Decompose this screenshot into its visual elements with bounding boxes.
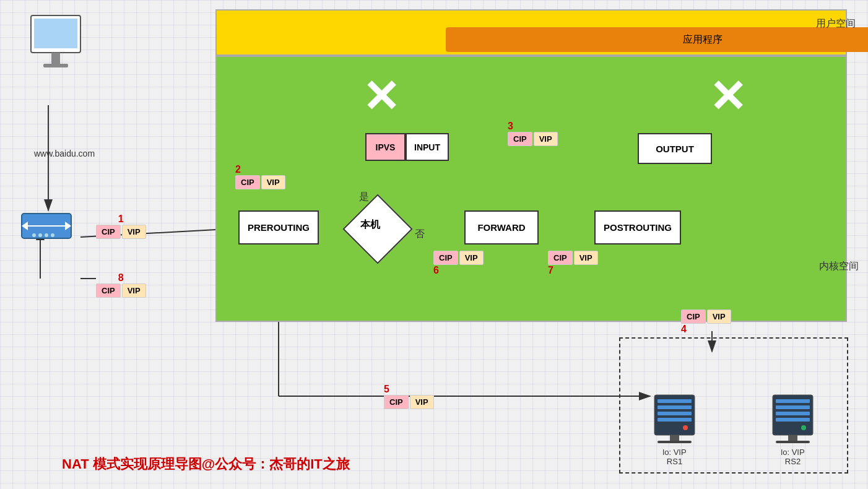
svg-rect-58 <box>788 435 797 441</box>
group1-cip: CIP <box>96 225 121 239</box>
group8-cipvip: CIP VIP <box>96 283 146 298</box>
postrouting-box: POSTROUTING <box>594 210 681 244</box>
group1-vip: VIP <box>122 225 146 239</box>
svg-rect-45 <box>658 399 692 403</box>
svg-point-57 <box>801 425 806 430</box>
switch-icon <box>19 204 74 250</box>
group4-num: 4 <box>681 324 687 335</box>
group5-vip: VIP <box>410 395 434 409</box>
svg-rect-48 <box>658 418 692 422</box>
group2-cip: CIP <box>235 175 260 189</box>
svg-rect-54 <box>776 405 810 409</box>
group1-cipvip: CIP VIP <box>96 225 146 239</box>
bottom-text: NAT 模式实现原理导图@公众号：杰哥的IT之旅 <box>62 455 350 474</box>
svg-point-49 <box>683 425 688 430</box>
group7-cipvip: CIP VIP <box>548 251 598 265</box>
svg-rect-55 <box>776 412 810 415</box>
group2-vip: VIP <box>261 175 285 189</box>
group7-num: 7 <box>548 265 553 276</box>
svg-rect-34 <box>51 53 60 65</box>
forward-label: FORWARD <box>477 222 525 233</box>
svg-rect-51 <box>658 441 692 443</box>
svg-rect-33 <box>34 19 77 48</box>
computer-icon <box>19 12 93 89</box>
kernel-space-label: 内核空间 <box>819 260 859 273</box>
rs1-label: lo: VIPRS1 <box>662 448 686 466</box>
svg-rect-59 <box>776 441 810 443</box>
app-bar-label: 应用程序 <box>683 33 723 46</box>
group4-cip: CIP <box>681 309 706 324</box>
group3-num: 3 <box>508 121 513 132</box>
group2-cipvip: CIP VIP <box>235 175 285 189</box>
group3-cip: CIP <box>508 132 532 146</box>
group5-num: 5 <box>384 384 389 395</box>
x-mark-left: ✕ <box>362 74 399 119</box>
group8-vip: VIP <box>122 283 146 298</box>
group-3: 3 CIP VIP <box>508 121 558 146</box>
prerouting-box: PREROUTING <box>238 210 319 244</box>
rs1-server: lo: VIPRS1 <box>651 392 698 466</box>
group-8: 8 CIP VIP <box>96 272 146 298</box>
output-box: OUTPUT <box>638 133 712 164</box>
group5-cip: CIP <box>384 395 409 409</box>
svg-point-42 <box>45 233 48 237</box>
fou-label: 否 <box>415 228 425 241</box>
group6-vip: VIP <box>459 251 484 265</box>
input-label: INPUT <box>414 142 440 152</box>
group4-cipvip: CIP VIP <box>681 309 731 324</box>
url-text: www.baidu.com <box>34 149 95 158</box>
svg-rect-50 <box>670 435 679 441</box>
forward-box: FORWARD <box>464 210 539 244</box>
user-space: 应用程序 <box>215 9 847 56</box>
svg-rect-47 <box>658 412 692 415</box>
app-bar: 应用程序 <box>446 27 868 52</box>
svg-point-43 <box>51 233 54 237</box>
svg-rect-46 <box>658 405 692 409</box>
group6-cip: CIP <box>433 251 458 265</box>
group6-cipvip: CIP VIP <box>433 251 484 265</box>
group7-cip: CIP <box>548 251 573 265</box>
group-7: CIP VIP 7 <box>548 251 598 276</box>
group2-num: 2 <box>235 164 241 175</box>
group8-cip: CIP <box>96 283 121 298</box>
rs2-label: lo: VIPRS2 <box>781 448 804 466</box>
svg-rect-35 <box>43 64 68 67</box>
output-label: OUTPUT <box>656 144 694 154</box>
group1-num: 1 <box>118 214 124 225</box>
group8-num: 8 <box>118 272 124 283</box>
kernel-space <box>215 56 847 322</box>
x-mark-right: ✕ <box>709 74 746 119</box>
ipvs-box: IPVS <box>365 133 406 161</box>
group5-cipvip: CIP VIP <box>384 395 434 409</box>
prerouting-label: PREROUTING <box>248 222 310 233</box>
postrouting-label: POSTROUTING <box>604 222 672 233</box>
group3-cipvip: CIP VIP <box>508 132 558 146</box>
user-space-label: 用户空间 <box>816 17 856 30</box>
svg-rect-53 <box>776 399 810 403</box>
group6-num: 6 <box>433 265 439 276</box>
input-box: INPUT <box>406 133 449 161</box>
group-6: CIP VIP 6 <box>433 251 484 276</box>
group-4: CIP VIP 4 <box>681 309 731 335</box>
diagram: 应用程序 用户空间 内核空间 www.baidu.com <box>0 0 868 489</box>
svg-point-41 <box>38 233 42 237</box>
ipvs-label: IPVS <box>376 142 396 152</box>
rs2-server: lo: VIPRS2 <box>770 392 816 466</box>
svg-rect-56 <box>776 418 810 422</box>
group-5: 5 CIP VIP <box>384 384 434 409</box>
benji-label: 本机 <box>360 219 380 232</box>
shi-label: 是 <box>359 191 369 204</box>
svg-point-40 <box>32 233 36 237</box>
group7-vip: VIP <box>574 251 598 265</box>
group4-vip: VIP <box>707 309 731 324</box>
group-2: 2 CIP VIP <box>235 164 285 189</box>
group3-vip: VIP <box>534 132 558 146</box>
group-1: 1 CIP VIP <box>96 214 146 239</box>
rs-area: lo: VIPRS1 lo: VIPRS2 <box>619 337 848 474</box>
